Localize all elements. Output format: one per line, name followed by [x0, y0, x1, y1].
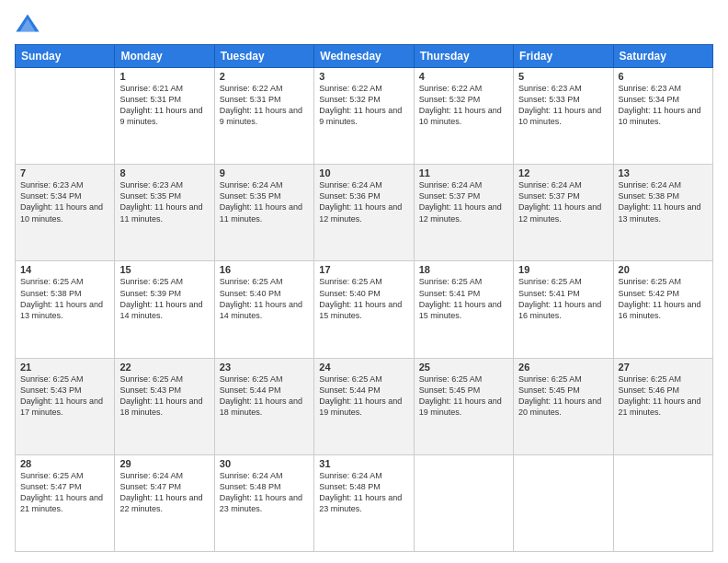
calendar-week-row: 1Sunrise: 6:21 AMSunset: 5:31 PMDaylight… — [16, 68, 713, 165]
calendar-cell: 2Sunrise: 6:22 AMSunset: 5:31 PMDaylight… — [214, 68, 313, 165]
day-info: Sunrise: 6:25 AMSunset: 5:46 PMDaylight:… — [619, 373, 708, 419]
day-number: 31 — [319, 458, 408, 469]
day-info: Sunrise: 6:22 AMSunset: 5:31 PMDaylight:… — [220, 83, 309, 128]
page: SundayMondayTuesdayWednesdayThursdayFrid… — [0, 0, 728, 563]
header — [15, 11, 713, 37]
day-number: 8 — [119, 167, 209, 178]
calendar-cell: 7Sunrise: 6:23 AMSunset: 5:34 PMDaylight… — [16, 165, 115, 261]
day-number: 17 — [319, 264, 408, 275]
day-number: 20 — [619, 264, 708, 275]
calendar-cell: 8Sunrise: 6:23 AMSunset: 5:35 PMDaylight… — [115, 165, 214, 261]
calendar-cell: 30Sunrise: 6:24 AMSunset: 5:48 PMDayligh… — [214, 454, 313, 551]
day-info: Sunrise: 6:25 AMSunset: 5:45 PMDaylight:… — [419, 373, 508, 419]
calendar-cell: 10Sunrise: 6:24 AMSunset: 5:36 PMDayligh… — [314, 165, 414, 261]
day-number: 1 — [119, 71, 209, 82]
calendar-day-header: Saturday — [613, 45, 712, 68]
calendar-cell: 3Sunrise: 6:22 AMSunset: 5:32 PMDaylight… — [314, 68, 414, 165]
day-info: Sunrise: 6:21 AMSunset: 5:31 PMDaylight:… — [119, 83, 209, 128]
day-number: 23 — [220, 362, 309, 373]
day-number: 15 — [119, 264, 209, 275]
calendar-cell: 24Sunrise: 6:25 AMSunset: 5:44 PMDayligh… — [314, 358, 414, 454]
day-number: 28 — [20, 458, 109, 469]
day-number: 13 — [619, 167, 708, 178]
calendar-cell: 13Sunrise: 6:24 AMSunset: 5:38 PMDayligh… — [613, 165, 712, 261]
calendar-week-row: 14Sunrise: 6:25 AMSunset: 5:38 PMDayligh… — [16, 261, 713, 358]
calendar-cell: 25Sunrise: 6:25 AMSunset: 5:45 PMDayligh… — [414, 358, 513, 454]
calendar-cell: 1Sunrise: 6:21 AMSunset: 5:31 PMDaylight… — [115, 68, 214, 165]
day-number: 11 — [419, 167, 508, 178]
calendar-cell: 21Sunrise: 6:25 AMSunset: 5:43 PMDayligh… — [16, 358, 115, 454]
calendar-cell: 15Sunrise: 6:25 AMSunset: 5:39 PMDayligh… — [115, 261, 214, 358]
day-info: Sunrise: 6:23 AMSunset: 5:33 PMDaylight:… — [518, 83, 608, 128]
day-info: Sunrise: 6:22 AMSunset: 5:32 PMDaylight:… — [319, 83, 408, 128]
calendar-cell — [16, 68, 115, 165]
day-number: 22 — [119, 362, 209, 373]
day-number: 25 — [419, 362, 508, 373]
calendar-cell: 31Sunrise: 6:24 AMSunset: 5:48 PMDayligh… — [314, 454, 414, 551]
day-info: Sunrise: 6:25 AMSunset: 5:41 PMDaylight:… — [518, 276, 608, 321]
day-info: Sunrise: 6:25 AMSunset: 5:45 PMDaylight:… — [518, 373, 608, 419]
day-info: Sunrise: 6:25 AMSunset: 5:39 PMDaylight:… — [119, 276, 209, 321]
calendar-cell: 11Sunrise: 6:24 AMSunset: 5:37 PMDayligh… — [414, 165, 513, 261]
day-info: Sunrise: 6:24 AMSunset: 5:36 PMDaylight:… — [319, 179, 408, 224]
day-number: 19 — [518, 264, 608, 275]
day-info: Sunrise: 6:25 AMSunset: 5:44 PMDaylight:… — [319, 373, 408, 419]
day-number: 4 — [419, 71, 508, 82]
day-info: Sunrise: 6:25 AMSunset: 5:44 PMDaylight:… — [220, 373, 309, 419]
calendar-cell: 16Sunrise: 6:25 AMSunset: 5:40 PMDayligh… — [214, 261, 313, 358]
calendar-cell: 26Sunrise: 6:25 AMSunset: 5:45 PMDayligh… — [514, 358, 613, 454]
calendar-day-header: Thursday — [414, 45, 513, 68]
day-info: Sunrise: 6:25 AMSunset: 5:41 PMDaylight:… — [419, 276, 508, 321]
day-number: 30 — [220, 458, 309, 469]
day-number: 12 — [518, 167, 608, 178]
calendar-cell: 19Sunrise: 6:25 AMSunset: 5:41 PMDayligh… — [514, 261, 613, 358]
day-info: Sunrise: 6:22 AMSunset: 5:32 PMDaylight:… — [419, 83, 508, 128]
calendar-cell: 29Sunrise: 6:24 AMSunset: 5:47 PMDayligh… — [115, 454, 214, 551]
day-number: 26 — [518, 362, 608, 373]
day-info: Sunrise: 6:24 AMSunset: 5:48 PMDaylight:… — [319, 470, 408, 515]
calendar-cell: 12Sunrise: 6:24 AMSunset: 5:37 PMDayligh… — [514, 165, 613, 261]
day-info: Sunrise: 6:23 AMSunset: 5:34 PMDaylight:… — [20, 179, 109, 224]
calendar-day-header: Monday — [115, 45, 214, 68]
calendar-week-row: 28Sunrise: 6:25 AMSunset: 5:47 PMDayligh… — [16, 454, 713, 551]
day-info: Sunrise: 6:25 AMSunset: 5:38 PMDaylight:… — [20, 276, 109, 321]
day-info: Sunrise: 6:24 AMSunset: 5:47 PMDaylight:… — [119, 470, 209, 515]
calendar-cell: 18Sunrise: 6:25 AMSunset: 5:41 PMDayligh… — [414, 261, 513, 358]
calendar-day-header: Friday — [514, 45, 613, 68]
day-info: Sunrise: 6:25 AMSunset: 5:42 PMDaylight:… — [619, 276, 708, 321]
calendar-cell — [514, 454, 613, 551]
calendar-week-row: 7Sunrise: 6:23 AMSunset: 5:34 PMDaylight… — [16, 165, 713, 261]
calendar-cell: 28Sunrise: 6:25 AMSunset: 5:47 PMDayligh… — [16, 454, 115, 551]
calendar-day-header: Sunday — [16, 45, 115, 68]
calendar-cell: 9Sunrise: 6:24 AMSunset: 5:35 PMDaylight… — [214, 165, 313, 261]
day-number: 27 — [619, 362, 708, 373]
calendar-table: SundayMondayTuesdayWednesdayThursdayFrid… — [15, 44, 713, 552]
day-info: Sunrise: 6:23 AMSunset: 5:34 PMDaylight:… — [619, 83, 708, 128]
calendar-cell: 27Sunrise: 6:25 AMSunset: 5:46 PMDayligh… — [613, 358, 712, 454]
day-number: 2 — [220, 71, 309, 82]
day-number: 5 — [518, 71, 608, 82]
logo-icon — [15, 11, 40, 37]
day-number: 6 — [619, 71, 708, 82]
day-info: Sunrise: 6:23 AMSunset: 5:35 PMDaylight:… — [119, 179, 209, 224]
day-number: 16 — [220, 264, 309, 275]
day-info: Sunrise: 6:24 AMSunset: 5:38 PMDaylight:… — [619, 179, 708, 224]
calendar-cell: 20Sunrise: 6:25 AMSunset: 5:42 PMDayligh… — [613, 261, 712, 358]
day-number: 29 — [119, 458, 209, 469]
calendar-header-row: SundayMondayTuesdayWednesdayThursdayFrid… — [16, 45, 713, 68]
calendar-week-row: 21Sunrise: 6:25 AMSunset: 5:43 PMDayligh… — [16, 358, 713, 454]
day-number: 18 — [419, 264, 508, 275]
calendar-cell: 17Sunrise: 6:25 AMSunset: 5:40 PMDayligh… — [314, 261, 414, 358]
day-info: Sunrise: 6:25 AMSunset: 5:43 PMDaylight:… — [119, 373, 209, 419]
day-info: Sunrise: 6:24 AMSunset: 5:35 PMDaylight:… — [220, 179, 309, 224]
day-info: Sunrise: 6:24 AMSunset: 5:37 PMDaylight:… — [419, 179, 508, 224]
day-number: 10 — [319, 167, 408, 178]
day-number: 3 — [319, 71, 408, 82]
day-number: 21 — [20, 362, 109, 373]
calendar-cell — [414, 454, 513, 551]
day-number: 24 — [319, 362, 408, 373]
logo — [15, 11, 44, 37]
calendar-cell — [613, 454, 712, 551]
day-info: Sunrise: 6:25 AMSunset: 5:43 PMDaylight:… — [20, 373, 109, 419]
calendar-cell: 6Sunrise: 6:23 AMSunset: 5:34 PMDaylight… — [613, 68, 712, 165]
